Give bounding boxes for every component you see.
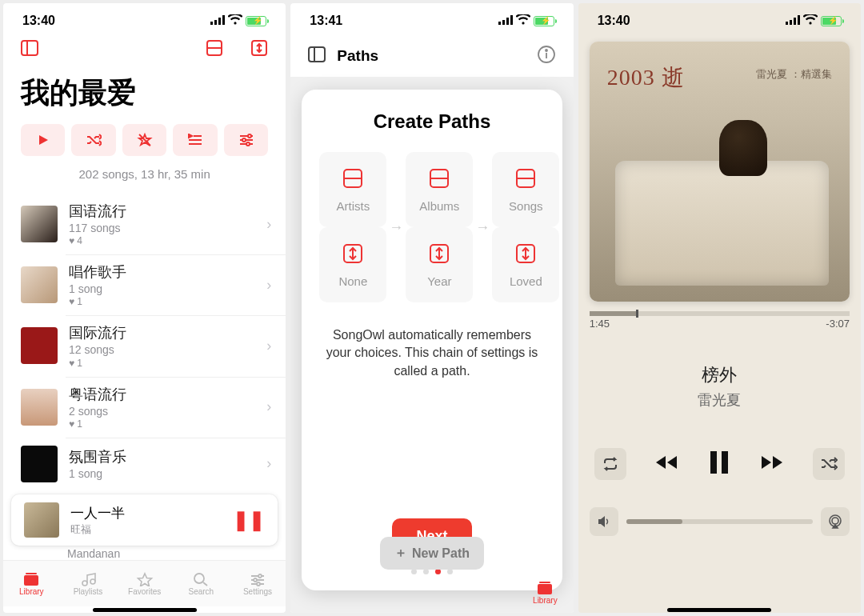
status-indicators: ⚡ <box>210 14 266 28</box>
signal-icon <box>498 14 513 28</box>
list-item[interactable]: 唱作歌手 1 song ♥ 1 › <box>3 254 286 315</box>
now-playing-body: 2003 逝 雷光夏 ：精選集 1:45 -3:07 榜外 雷光夏 <box>578 38 861 606</box>
list-item[interactable]: 国语流行 117 songs ♥ 4 › <box>3 194 286 254</box>
path-grid: Artists → Albums → Songs None Year Loved <box>319 152 544 302</box>
cutoff-row: Mandanan <box>3 547 286 560</box>
artwork-thumb <box>21 327 58 364</box>
svg-rect-0 <box>210 22 213 25</box>
list-item[interactable]: 国际流行 12 songs ♥ 1 › <box>3 315 286 376</box>
svg-point-27 <box>258 574 262 578</box>
list-item[interactable]: 氛围音乐 1 song › <box>3 438 286 490</box>
svg-rect-19 <box>26 573 37 574</box>
volume-slider[interactable] <box>626 519 813 524</box>
chevron-right-icon: › <box>266 455 271 472</box>
volume-row <box>590 507 850 536</box>
split-icon <box>428 167 450 193</box>
song-title: 榜外 <box>590 363 850 387</box>
svg-rect-31 <box>502 20 505 25</box>
screen-favorites: 13:40 ⚡ 我的最爱 202 songs, 13 hr, 35 min 国 <box>3 3 286 613</box>
svg-point-28 <box>254 578 257 582</box>
modal-title: Create Paths <box>319 110 544 133</box>
info-icon[interactable] <box>537 45 556 67</box>
svg-rect-56 <box>710 451 717 474</box>
pause-icon[interactable]: ❚❚ <box>233 509 265 531</box>
sort-icon <box>342 242 364 268</box>
create-paths-modal: Create Paths Artists → Albums → Songs No… <box>302 90 562 590</box>
svg-line-23 <box>203 582 207 586</box>
new-path-button[interactable]: ＋ New Path <box>380 537 484 570</box>
signal-icon <box>786 14 800 28</box>
art-illustration <box>615 161 829 286</box>
tab-library[interactable]: Library <box>533 581 558 605</box>
home-indicator <box>3 606 286 613</box>
mini-title: 一人一半 <box>70 504 222 522</box>
row-heart: ♥ 4 <box>69 235 255 246</box>
svg-rect-51 <box>790 20 792 25</box>
sort-icon <box>428 242 450 268</box>
svg-point-20 <box>82 581 87 586</box>
svg-point-15 <box>248 134 251 138</box>
sidebar-icon[interactable] <box>21 38 42 61</box>
svg-rect-3 <box>222 15 225 25</box>
album-art[interactable]: 2003 逝 雷光夏 ：精選集 <box>590 42 850 302</box>
status-bar: 13:40 ⚡ <box>578 3 861 38</box>
split-icon[interactable] <box>206 39 223 60</box>
shuffle-button[interactable] <box>71 124 115 156</box>
art-year: 2003 逝 <box>607 62 685 93</box>
progress-bar[interactable] <box>590 311 850 316</box>
tab-settings[interactable]: Settings <box>230 561 286 606</box>
prev-button[interactable] <box>653 453 680 475</box>
nav-bar: Paths <box>290 38 573 77</box>
play-button[interactable] <box>21 124 65 156</box>
art-illustration <box>719 120 767 176</box>
split-icon <box>342 167 364 193</box>
svg-rect-2 <box>218 18 221 25</box>
path-cell-artists[interactable]: Artists <box>319 152 386 227</box>
status-indicators: ⚡ <box>498 14 554 28</box>
path-cell-year[interactable]: Year <box>406 227 473 302</box>
next-button[interactable] <box>758 453 786 475</box>
sidebar-icon[interactable] <box>308 46 327 66</box>
star-off-button[interactable] <box>122 124 166 156</box>
path-cell-songs[interactable]: Songs <box>492 152 559 227</box>
shuffle-button[interactable] <box>813 448 845 480</box>
volume-icon[interactable] <box>590 507 618 536</box>
path-cell-albums[interactable]: Albums <box>406 152 473 227</box>
split-icon <box>514 167 537 193</box>
action-bar <box>3 124 286 167</box>
list-item[interactable]: 粤语流行 2 songs ♥ 1 › <box>3 377 286 438</box>
arrow-right-icon: → <box>475 219 490 236</box>
tab-favorites[interactable]: Favorites <box>116 561 173 606</box>
content-area: 的 Create Paths Artists → Albums → Songs … <box>290 77 573 613</box>
status-time: 13:41 <box>310 14 342 28</box>
mini-player[interactable]: 一人一半 旺福 ❚❚ <box>11 494 278 546</box>
filter-button[interactable] <box>224 124 268 156</box>
status-indicators: ⚡ <box>786 14 842 28</box>
screen-now-playing: 13:40 ⚡ 2003 逝 雷光夏 ：精選集 1:45 -3:07 榜外 雷光… <box>578 3 861 613</box>
pause-button[interactable] <box>707 450 731 478</box>
queue-button[interactable] <box>173 124 217 156</box>
artwork-thumb <box>21 446 58 482</box>
favorites-list[interactable]: 国语流行 117 songs ♥ 4 › 唱作歌手 1 song ♥ 1 › 国… <box>3 194 286 494</box>
tab-playlists[interactable]: Playlists <box>60 561 117 606</box>
status-bar: 13:40 ⚡ <box>3 3 286 38</box>
airplay-icon[interactable] <box>821 507 850 536</box>
artwork-thumb <box>21 206 58 242</box>
path-cell-loved[interactable]: Loved <box>492 227 559 302</box>
progress[interactable]: 1:45 -3:07 <box>590 311 850 330</box>
screen-paths: 13:41 ⚡ Paths 的 Create Paths Artists → A… <box>290 3 573 613</box>
svg-rect-33 <box>510 15 513 25</box>
sort-icon[interactable] <box>250 39 268 60</box>
svg-rect-57 <box>722 451 728 474</box>
svg-point-29 <box>257 582 260 586</box>
repeat-button[interactable] <box>594 448 626 480</box>
path-cell-none[interactable]: None <box>319 227 386 302</box>
tab-library[interactable]: Library <box>3 561 60 606</box>
svg-rect-48 <box>538 584 552 594</box>
svg-rect-34 <box>309 47 325 62</box>
status-time: 13:40 <box>22 14 55 28</box>
svg-point-21 <box>90 579 95 584</box>
row-title: 国语流行 <box>69 202 255 221</box>
svg-rect-32 <box>506 18 509 25</box>
tab-search[interactable]: Search <box>173 561 230 606</box>
